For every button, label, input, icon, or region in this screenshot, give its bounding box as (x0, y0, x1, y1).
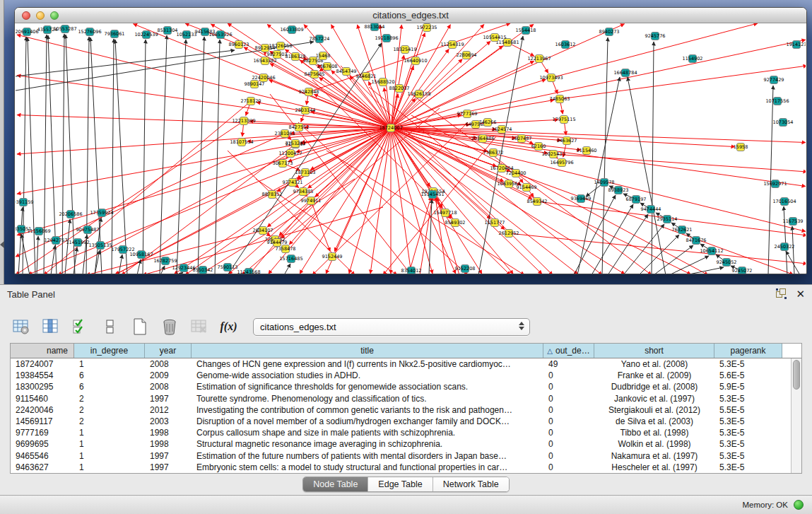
graph-node[interactable]: 7936061 (105, 30, 125, 38)
stacked-rows-icon[interactable] (100, 317, 119, 337)
graph-node[interactable]: 8354012 (401, 267, 422, 274)
graph-node[interactable]: 9154469 (517, 184, 537, 192)
graph-node[interactable]: 15688520 (371, 78, 394, 86)
delete-icon[interactable] (160, 317, 179, 337)
graph-node[interactable]: 11254319 (440, 41, 464, 49)
graph-node[interactable]: 1873103 (295, 169, 316, 177)
graph-node[interactable]: 17016504 (772, 198, 796, 206)
graph-node[interactable]: 20364486 (471, 135, 494, 143)
graph-node[interactable]: 10717556 (765, 98, 789, 105)
graph-node[interactable]: 1572235 (417, 24, 437, 32)
graph-node[interactable]: 16543382 (253, 57, 276, 65)
graph-node[interactable]: 90975487 (76, 226, 99, 234)
tab-edge-table[interactable]: Edge Table (368, 477, 433, 491)
graph-node[interactable]: 9152208 (455, 265, 476, 273)
graph-node[interactable]: 8822037 (389, 85, 410, 93)
graph-node[interactable]: 10554415 (483, 34, 506, 42)
graph-node[interactable]: 2718120 (241, 98, 261, 105)
new-table-icon[interactable] (130, 317, 149, 337)
function-icon[interactable]: f(x) (219, 317, 238, 337)
graph-node[interactable]: 7590113 (218, 264, 238, 271)
tab-node-table[interactable]: Node Table (303, 477, 368, 491)
graph-node[interactable]: 9245776 (645, 33, 666, 40)
row-check-icon[interactable] (71, 317, 90, 337)
table-row[interactable]: 977716911998Corpus callosum shape and si… (11, 427, 791, 438)
graph-node[interactable]: 9774321 (283, 179, 303, 187)
graph-node[interactable]: 9734385 (293, 188, 314, 196)
graph-node[interactable]: 2867608 (317, 63, 338, 71)
graph-node[interactable]: 1151777 (485, 219, 505, 227)
scrollbar-thumb[interactable] (793, 360, 800, 390)
graph-node[interactable]: 1607487 (512, 135, 532, 143)
column-header-out_de[interactable]: △out_de… (543, 344, 594, 358)
table-source-select[interactable]: citations_edges.txt (253, 318, 530, 336)
graph-node[interactable]: 8550342 (193, 267, 213, 274)
graph-node[interactable]: 8940273 (599, 28, 620, 36)
graph-node[interactable]: 15692971 (763, 180, 787, 188)
table-row[interactable]: 911546021997Tourette syndrome. Phenomeno… (11, 393, 791, 404)
graph-node[interactable]: 10654112 (700, 247, 723, 255)
graph-node[interactable]: 17975115 (552, 116, 575, 124)
graph-node[interactable]: 1554418 (516, 27, 536, 35)
graph-node[interactable]: 11200477 (278, 150, 302, 158)
graph-node[interactable]: 8454749 (336, 68, 357, 76)
graph-node[interactable]: 16640910 (404, 57, 427, 65)
graph-node[interactable]: 9890147 (245, 81, 265, 88)
graph-node[interactable]: 8938923 (608, 187, 629, 194)
column-header-name[interactable]: name (11, 344, 74, 358)
table-settings-icon[interactable] (11, 317, 30, 337)
table-row[interactable]: 946362711997Embryonic stem cells: a mode… (11, 462, 791, 473)
graph-node[interactable]: 9242848 (299, 88, 319, 96)
graph-node[interactable]: 13505135 (88, 242, 112, 250)
graph-node[interactable]: 10025433 (541, 151, 565, 158)
float-panel-icon[interactable] (776, 288, 787, 299)
graph-node[interactable]: 2803144 (295, 107, 316, 115)
graph-node[interactable]: 7485063 (550, 95, 570, 103)
graph-node[interactable]: 9974911 (301, 197, 322, 205)
column-header-short[interactable]: short (594, 344, 714, 358)
graph-node[interactable]: 9369469 (571, 195, 592, 203)
graph-node[interactable]: 9144479 (267, 239, 288, 247)
graph-node[interactable]: 9391159 (16, 199, 33, 206)
network-graph[interactable]: 1872400789601238912954182260589827503165… (16, 23, 806, 274)
graph-node[interactable]: 19218896 (375, 35, 398, 42)
graph-node[interactable]: 7204400 (506, 170, 526, 177)
column-select-icon[interactable] (41, 317, 60, 337)
graph-node[interactable]: 1409578 (594, 179, 615, 187)
graph-node[interactable]: 3624574 (492, 126, 512, 134)
column-header-pagerank[interactable]: pagerank (714, 344, 782, 358)
graph-node[interactable]: 10653926 (208, 31, 232, 39)
graph-node[interactable]: 8475685 (305, 71, 325, 78)
graph-node[interactable]: 12942757 (44, 237, 67, 245)
graph-node[interactable]: 746266 (479, 119, 497, 127)
graph-node[interactable]: 15145451 (420, 191, 444, 199)
graph-node[interactable]: 11156869 (27, 228, 50, 235)
graph-node[interactable]: 9245052 (717, 259, 737, 267)
graph-node[interactable]: 8549342 (527, 198, 548, 206)
graph-node[interactable]: 10958167 (129, 251, 153, 259)
graph-node[interactable]: 1603612 (555, 41, 576, 49)
graph-node[interactable]: 15276096 (78, 28, 101, 36)
network-canvas[interactable]: 1872400789601238912954182260589827503165… (16, 23, 806, 274)
table-row[interactable]: 1938455462009Genome-wide association stu… (11, 370, 791, 381)
table-row[interactable]: 946554611997Estimation of the future num… (11, 450, 791, 462)
graph-node[interactable]: 10224539 (134, 31, 158, 39)
graph-node[interactable]: 7386372 (483, 149, 504, 157)
graph-node[interactable]: 9115460 (577, 147, 597, 155)
graph-node[interactable]: 15497718 (433, 209, 457, 217)
graph-node[interactable]: 2612952 (499, 230, 519, 238)
graph-node[interactable]: 8471676 (686, 237, 707, 245)
graph-node[interactable]: 18107534 (230, 139, 253, 146)
graph-node[interactable]: 20691406 (16, 28, 39, 36)
graph-node[interactable]: 10973493 (539, 74, 563, 82)
graph-node[interactable]: 12213967 (527, 55, 551, 63)
graph-node[interactable]: 8427552 (289, 124, 310, 132)
column-header-title[interactable]: title (192, 344, 543, 358)
graph-node[interactable]: 13626158 (407, 90, 430, 98)
graph-node[interactable]: 20206586 (59, 211, 82, 218)
graph-node[interactable]: 7857224 (310, 35, 330, 43)
graph-node[interactable]: 2935114 (657, 216, 678, 223)
graph-node[interactable]: 6879197 (626, 196, 647, 204)
graph-node[interactable]: 12213399 (232, 117, 255, 125)
graph-node[interactable]: 16495796 (550, 159, 573, 167)
